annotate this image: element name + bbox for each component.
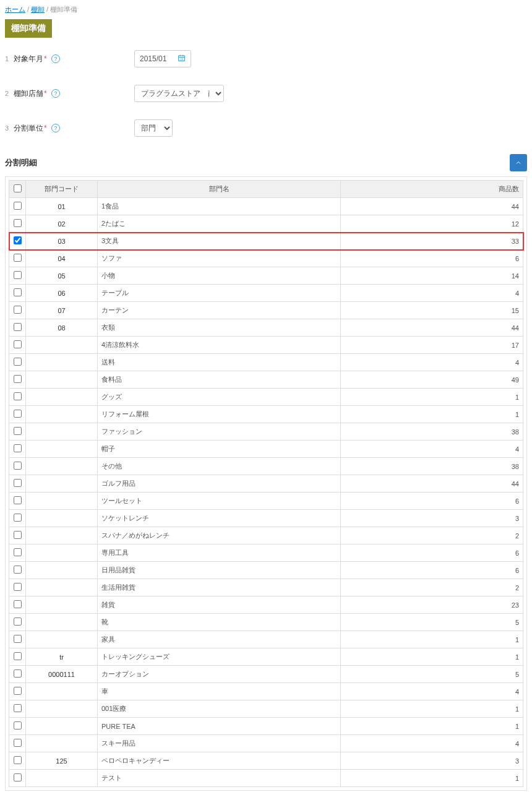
cell-count: 2 (341, 579, 523, 596)
help-icon[interactable]: ? (51, 54, 60, 63)
table-row: 靴5 (9, 614, 523, 631)
row-checkbox[interactable] (14, 531, 22, 539)
cell-name: 3文具 (98, 233, 341, 250)
row-checkbox[interactable] (14, 566, 22, 574)
collapse-button[interactable] (510, 154, 527, 171)
cell-code (26, 510, 98, 527)
cell-name: 生活用雑貨 (98, 579, 341, 596)
cell-code (26, 579, 98, 596)
cell-count: 1 (341, 406, 523, 423)
row-checkbox[interactable] (14, 375, 22, 383)
cell-name: ソケットレンチ (98, 510, 341, 527)
cell-count: 44 (341, 475, 523, 493)
cell-code: 125 (26, 752, 98, 770)
row-checkbox[interactable] (14, 271, 22, 279)
table-row: 生活用雑貨2 (9, 579, 523, 596)
row-checkbox[interactable] (14, 340, 22, 348)
table-row: 07カーテン15 (9, 302, 523, 319)
row-checkbox[interactable] (14, 479, 22, 487)
row-checkbox[interactable] (14, 306, 22, 314)
breadcrumb-home[interactable]: ホーム (5, 6, 25, 13)
row-checkbox[interactable] (14, 496, 22, 504)
row-checkbox[interactable] (14, 410, 22, 418)
row-checkbox[interactable] (14, 462, 22, 470)
table-row: 04ソファ6 (9, 250, 523, 267)
cell-name: 帽子 (98, 441, 341, 458)
cell-name: 小物 (98, 267, 341, 285)
target-month-input[interactable]: 2015/01 18 (134, 50, 191, 67)
chevron-up-icon (515, 159, 522, 166)
cell-name: 家具 (98, 631, 341, 648)
table-row: 033文具33 (9, 233, 523, 250)
row-checkbox[interactable] (14, 444, 22, 452)
select-all-checkbox[interactable] (14, 184, 22, 192)
row-checkbox[interactable] (14, 288, 22, 296)
row-checkbox[interactable] (14, 202, 22, 210)
row-checkbox[interactable] (14, 583, 22, 591)
store-select[interactable]: プラグラムストア 南堀江店 (134, 85, 224, 102)
form-label-unit: 分割単位* ? (14, 123, 134, 134)
cell-name: ゴルフ用品 (98, 475, 341, 493)
row-checkbox[interactable] (14, 773, 22, 781)
table-row: 06テーブル4 (9, 285, 523, 302)
row-checkbox[interactable] (14, 323, 22, 331)
cell-name: スキー用品 (98, 735, 341, 752)
cell-code (26, 544, 98, 562)
cell-code (26, 423, 98, 441)
cell-code (26, 718, 98, 735)
row-checkbox[interactable] (14, 687, 22, 695)
calendar-icon[interactable]: 18 (178, 54, 186, 64)
form-row-unit: 3 分割単位* ? 部門 (5, 119, 527, 137)
cell-code (26, 441, 98, 458)
unit-select[interactable]: 部門 (134, 119, 173, 137)
row-checkbox[interactable] (14, 254, 22, 262)
table-row: 送料4 (9, 354, 523, 371)
breadcrumb-stock[interactable]: 棚卸 (31, 6, 45, 13)
cell-code: 02 (26, 215, 98, 233)
row-checkbox[interactable] (14, 721, 22, 730)
cell-name: ファッション (98, 423, 341, 441)
row-checkbox[interactable] (14, 600, 22, 608)
row-checkbox[interactable] (14, 427, 22, 435)
row-checkbox[interactable] (14, 219, 22, 227)
cell-count: 33 (341, 233, 523, 250)
cell-count: 17 (341, 337, 523, 354)
table-row: スキー用品4 (9, 735, 523, 752)
row-checkbox[interactable] (14, 236, 22, 244)
row-checkbox[interactable] (14, 514, 22, 522)
cell-name: 日用品雑貨 (98, 562, 341, 579)
table-row: 日用品雑貨6 (9, 562, 523, 579)
cell-name: PURE TEA (98, 718, 341, 735)
cell-name: 1食品 (98, 198, 341, 215)
table-row: ファッション38 (9, 423, 523, 441)
row-checkbox[interactable] (14, 739, 22, 747)
cell-name: リフォーム屋根 (98, 406, 341, 423)
form-label-target-month: 対象年月* ? (14, 54, 134, 64)
row-checkbox[interactable] (14, 618, 22, 626)
table-row: 車4 (9, 683, 523, 700)
row-checkbox[interactable] (14, 652, 22, 660)
table-row: 001医療1 (9, 700, 523, 718)
cell-code (26, 596, 98, 614)
help-icon[interactable]: ? (51, 89, 60, 98)
cell-code (26, 735, 98, 752)
row-checkbox[interactable] (14, 548, 22, 556)
row-checkbox[interactable] (14, 392, 22, 400)
cell-code (26, 631, 98, 648)
cell-name: テーブル (98, 285, 341, 302)
form-number: 2 (5, 90, 14, 97)
cell-code: 07 (26, 302, 98, 319)
row-checkbox[interactable] (14, 358, 22, 366)
table-row: リフォーム屋根1 (9, 406, 523, 423)
cell-code: 05 (26, 267, 98, 285)
row-checkbox[interactable] (14, 704, 22, 712)
header-count: 商品数 (341, 181, 523, 198)
cell-name: ペロペロキャンディー (98, 752, 341, 770)
cell-code: tr (26, 648, 98, 666)
help-icon[interactable]: ? (51, 124, 60, 132)
row-checkbox[interactable] (14, 635, 22, 643)
cell-code (26, 475, 98, 493)
table-row: その他38 (9, 458, 523, 475)
row-checkbox[interactable] (14, 756, 22, 764)
row-checkbox[interactable] (14, 669, 22, 678)
